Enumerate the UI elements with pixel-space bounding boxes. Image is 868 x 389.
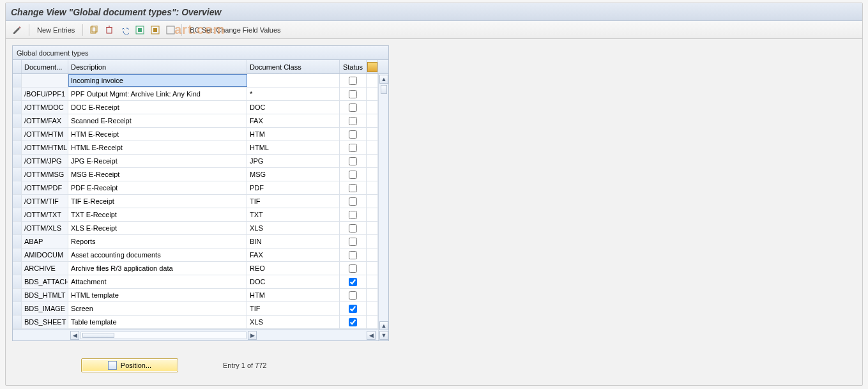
cell-doc-class[interactable]: TIF [247, 195, 340, 208]
table-row[interactable]: BDS_HTMLTHTML templateHTM [13, 289, 388, 302]
cell-description[interactable]: TIF E-Receipt [68, 195, 247, 208]
cell-description[interactable]: Asset accounting documents [68, 248, 247, 261]
horizontal-scrollbar[interactable]: ◀ ▶ ◀ ▶ [13, 329, 388, 340]
table-row[interactable]: /OTTM/XLSXLS E-ReceiptXLS [13, 222, 388, 235]
row-selector[interactable] [13, 302, 22, 315]
scroll-up-icon[interactable]: ▲ [379, 75, 388, 84]
scroll-up2-icon[interactable]: ▲ [379, 321, 388, 330]
col-doc-class[interactable]: Document Class [247, 60, 340, 73]
row-selector[interactable] [13, 141, 22, 154]
row-selector[interactable] [13, 74, 22, 87]
cell-doc-class[interactable]: JPG [247, 155, 340, 167]
cell-document[interactable]: BDS_ATTACH [22, 275, 68, 288]
col-description[interactable]: Description [68, 60, 247, 73]
row-selector[interactable] [13, 114, 22, 127]
cell-status[interactable] [340, 88, 367, 100]
cell-description[interactable]: HTML E-Receipt [68, 141, 247, 154]
cell-status[interactable] [340, 316, 367, 328]
table-row[interactable]: /OTTM/HTMHTM E-ReceiptHTM [13, 128, 388, 141]
cell-doc-class[interactable]: HTML [247, 141, 340, 154]
cell-doc-class[interactable]: DOC [247, 275, 340, 288]
table-row[interactable]: /OTTM/FAXScanned E-ReceiptFAX [13, 114, 388, 128]
cell-status[interactable] [340, 128, 367, 141]
cell-description[interactable]: Archive files R/3 application data [68, 262, 247, 275]
cell-doc-class[interactable]: BIN [247, 235, 340, 248]
cell-description[interactable]: PPF Output Mgmt: Archive Link: Any Kind [68, 88, 247, 100]
hscroll-track[interactable] [80, 332, 247, 339]
hscroll-right-icon[interactable]: ▶ [248, 331, 257, 340]
deselect-all-icon[interactable] [165, 24, 176, 36]
table-row[interactable]: /OTTM/JPGJPG E-ReceiptJPG [13, 155, 388, 168]
cell-doc-class[interactable] [247, 74, 340, 87]
status-checkbox[interactable] [349, 103, 357, 112]
row-selector[interactable] [13, 208, 22, 221]
cell-description[interactable]: HTML template [68, 289, 247, 301]
status-checkbox[interactable] [349, 238, 357, 246]
table-row[interactable]: /OTTM/TIFTIF E-ReceiptTIF [13, 195, 388, 208]
cell-description[interactable]: HTM E-Receipt [68, 128, 247, 141]
row-selector[interactable] [13, 262, 22, 275]
cell-document[interactable]: /OTTM/JPG [22, 155, 68, 167]
table-row[interactable]: /OTTM/TXTTXT E-ReceiptTXT [13, 208, 388, 222]
cell-doc-class[interactable]: * [247, 88, 340, 100]
cell-description[interactable]: Incoming invoice [68, 74, 247, 87]
cell-document[interactable]: BDS_IMAGE [22, 302, 68, 315]
row-selector[interactable] [13, 222, 22, 234]
delete-icon[interactable] [103, 24, 115, 36]
cell-status[interactable] [340, 114, 367, 127]
cell-document[interactable]: /OTTM/TIF [22, 195, 68, 208]
position-button[interactable]: Position... [81, 358, 178, 372]
cell-document[interactable]: ABAP [22, 235, 68, 248]
cell-description[interactable]: JPG E-Receipt [68, 155, 247, 167]
cell-description[interactable]: MSG E-Receipt [68, 168, 247, 181]
cell-document[interactable]: BDS_HTMLT [22, 289, 68, 301]
table-row[interactable]: AMIDOCUMAsset accounting documentsFAX [13, 248, 388, 262]
cell-status[interactable] [340, 155, 367, 167]
undo-icon[interactable] [119, 24, 130, 36]
cell-doc-class[interactable]: PDF [247, 181, 340, 194]
cell-status[interactable] [340, 101, 367, 114]
status-checkbox[interactable] [349, 157, 357, 165]
cell-description[interactable]: Reports [68, 235, 247, 248]
cell-status[interactable] [340, 302, 367, 315]
cell-document[interactable]: /OTTM/HTM [22, 128, 68, 141]
hscroll-left2-icon[interactable]: ◀ [367, 331, 376, 340]
status-checkbox[interactable] [349, 144, 357, 152]
cell-description[interactable]: DOC E-Receipt [68, 101, 247, 114]
row-selector[interactable] [13, 155, 22, 167]
col-status[interactable]: Status [340, 60, 367, 73]
cell-status[interactable] [340, 262, 367, 275]
cell-document[interactable] [22, 74, 68, 87]
cell-description[interactable]: PDF E-Receipt [68, 181, 247, 194]
status-checkbox[interactable] [349, 305, 357, 313]
cell-status[interactable] [340, 248, 367, 261]
cell-status[interactable] [340, 289, 367, 301]
copy-as-icon[interactable] [88, 24, 100, 36]
cell-doc-class[interactable]: MSG [247, 168, 340, 181]
table-row[interactable]: Incoming invoice [13, 74, 388, 88]
row-selector[interactable] [13, 195, 22, 208]
status-checkbox[interactable] [349, 197, 357, 206]
col-document[interactable]: Document... [22, 60, 68, 73]
hscroll-left-icon[interactable]: ◀ [70, 331, 79, 340]
vertical-scrollbar[interactable]: ▲ ▲ ▼ [378, 74, 388, 340]
status-checkbox[interactable] [349, 224, 357, 233]
cell-description[interactable]: TXT E-Receipt [68, 208, 247, 221]
status-checkbox[interactable] [349, 90, 357, 98]
cell-description[interactable]: XLS E-Receipt [68, 222, 247, 234]
hscroll-thumb[interactable] [82, 333, 114, 338]
status-checkbox[interactable] [349, 77, 357, 85]
cell-doc-class[interactable]: XLS [247, 316, 340, 328]
cell-status[interactable] [340, 74, 367, 87]
select-block-icon[interactable] [149, 24, 161, 36]
cell-document[interactable]: ARCHIVE [22, 262, 68, 275]
row-selector[interactable] [13, 168, 22, 181]
status-checkbox[interactable] [349, 130, 357, 139]
status-checkbox[interactable] [349, 184, 357, 192]
scroll-down-icon[interactable]: ▼ [379, 331, 388, 340]
bc-set-button[interactable]: BC Set: Change Field Values [187, 23, 283, 37]
cell-doc-class[interactable]: REO [247, 262, 340, 275]
cell-document[interactable]: /OTTM/MSG [22, 168, 68, 181]
cell-status[interactable] [340, 141, 367, 154]
cell-status[interactable] [340, 168, 367, 181]
